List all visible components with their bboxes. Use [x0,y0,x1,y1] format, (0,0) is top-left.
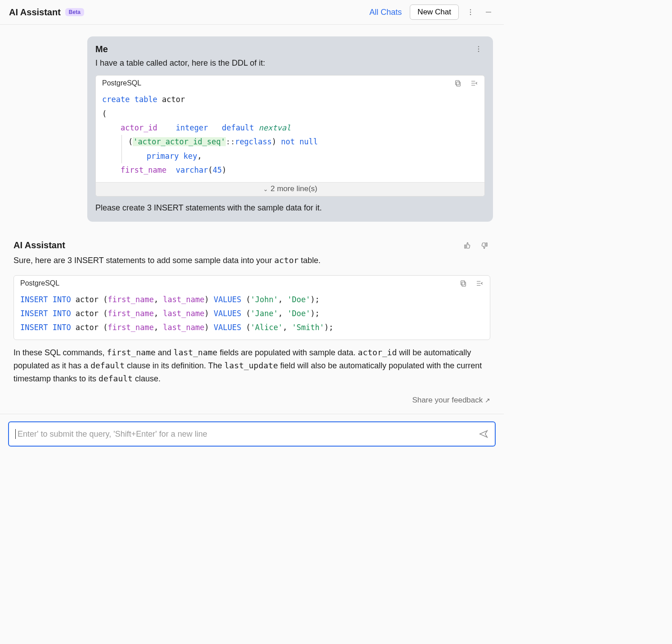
svg-rect-7 [457,82,460,86]
ai-insert-code: INSERT INTO actor (first_name, last_name… [14,290,490,340]
chevron-down-icon: ⌄ [263,186,268,192]
send-icon[interactable] [479,429,488,439]
thumbs-up-icon[interactable] [461,240,473,251]
more-icon[interactable] [464,6,477,18]
chat-input-box[interactable] [8,421,496,447]
user-msg-intro: I have a table called actor, here is the… [95,57,485,69]
svg-point-6 [478,51,479,52]
beta-badge: Beta [65,8,84,16]
ai-author-label: AI Assistant [13,240,65,250]
copy-icon[interactable] [453,78,463,88]
svg-point-1 [470,12,471,13]
svg-point-0 [470,9,471,10]
svg-point-5 [478,49,479,49]
user-msg-outro: Please create 3 INSERT statements with t… [95,202,485,214]
minimize-icon[interactable] [482,6,495,18]
all-chats-link[interactable]: All Chats [367,6,404,19]
insert-code-icon[interactable] [475,278,484,288]
thumbs-down-icon[interactable] [479,240,490,251]
svg-rect-12 [462,282,466,286]
ai-reply-text: Sure, here are 3 INSERT statements to ad… [13,254,490,267]
input-area [0,414,504,456]
svg-point-4 [478,46,479,47]
copy-icon[interactable] [458,278,468,288]
svg-rect-13 [461,281,465,285]
code-language-label: PostgreSQL [20,279,59,287]
text-cursor [15,429,16,439]
user-code-block: PostgreSQL create table actor ( actor_id… [95,75,485,197]
user-msg-more-icon[interactable] [472,43,485,55]
code-language-label: PostgreSQL [102,79,141,87]
header-right: All Chats New Chat [367,4,495,20]
insert-code-icon[interactable] [469,78,479,88]
ai-explanation: In these SQL commands, first_name and la… [13,346,490,385]
new-chat-button[interactable]: New Chat [410,4,459,20]
svg-rect-8 [456,80,459,85]
expand-code-button[interactable]: ⌄2 more line(s) [96,182,484,196]
user-message: Me I have a table called actor, here is … [87,36,493,222]
feedback-link[interactable]: Share your feedback ↗ [11,396,493,409]
app-title: AI Assistant [9,7,61,18]
ai-message: AI Assistant Sure, here are 3 INSERT sta… [11,240,493,385]
header: AI Assistant Beta All Chats New Chat [0,0,504,25]
user-author-label: Me [95,44,108,54]
svg-point-2 [470,14,471,15]
user-ddl-code: create table actor ( actor_id integer de… [96,90,484,182]
chat-input[interactable] [17,429,479,439]
header-left: AI Assistant Beta [9,7,84,18]
external-link-icon: ↗ [485,397,490,404]
ai-code-block: PostgreSQL INSERT INTO actor (first_name… [13,275,490,340]
